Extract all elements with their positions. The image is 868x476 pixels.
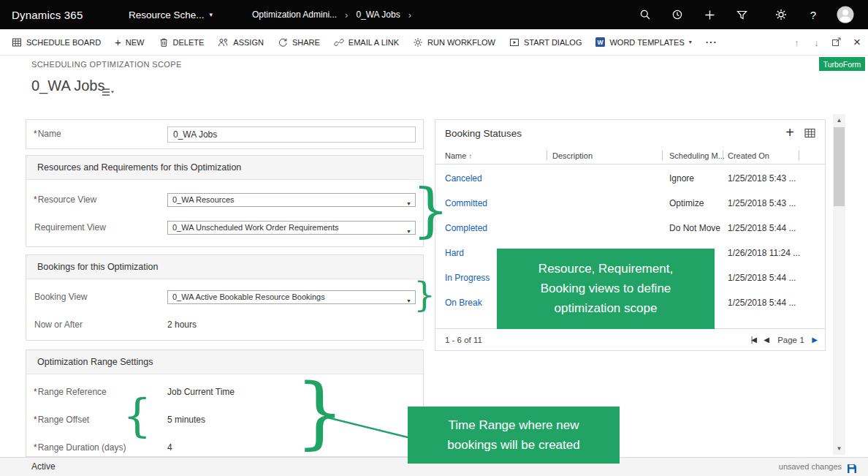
record-link[interactable]: Committed [445,191,487,216]
delete-button[interactable]: DELETE [159,37,205,48]
chevron-right-icon: › [408,10,411,20]
table-row[interactable]: Canceled Ignore 1/25/2018 5:43 ... [435,166,825,191]
share-button[interactable]: SHARE [278,37,320,48]
section-title: Resources and Requirements for this Opti… [26,156,423,180]
help-button[interactable]: ? [802,0,824,29]
top-nav-bar: Dynamics 365 Resource Sche... ▾ Optimiza… [0,0,868,29]
previous-record-button[interactable]: ↑ [787,29,807,56]
breadcrumb-item[interactable]: 0_WA Jobs [356,10,400,20]
range-duration-label: *Range Duration (days) [34,442,126,453]
gear-icon [775,9,787,20]
command-bar: SCHEDULE BOARD + NEW DELETE ASSIGN SHARE… [0,29,868,56]
booking-view-select[interactable]: 0_WA Active Bookable Resource Bookings ▼ [167,290,416,304]
start-dialog-button[interactable]: START DIALOG [509,37,582,48]
email-link-button[interactable]: EMAIL A LINK [334,37,399,48]
record-link[interactable]: On Break [445,290,482,315]
previous-page-button[interactable]: ◀ [764,329,769,351]
requirement-view-select[interactable]: 0_WA Unscheduled Work Order Requirements… [167,221,416,235]
record-link[interactable]: Completed [445,216,487,241]
user-avatar[interactable] [834,0,856,29]
app-switcher[interactable]: Resource Sche... ▾ [129,0,213,29]
question-mark-icon: ? [810,9,816,21]
column-header-name[interactable]: Name↑ [445,147,472,165]
page-label: Page [777,329,797,351]
name-input[interactable] [167,126,416,143]
record-link[interactable]: Hard [445,241,464,265]
scroll-down-button[interactable]: ▼ [833,442,845,455]
run-workflow-button[interactable]: RUN WORKFLOW [413,37,495,48]
vertical-scrollbar[interactable]: ▲ ▼ [833,114,845,455]
settings-button[interactable] [770,0,792,29]
save-icon[interactable] [848,463,856,476]
record-count: 1 - 6 of 11 [445,329,482,351]
resource-view-select[interactable]: 0_WA Resources ▼ [167,193,416,207]
now-or-after-label: Now or After [34,320,83,330]
run-workflow-label: RUN WORKFLOW [427,38,495,47]
cell-created-on: 1/25/2018 5:44 ... [728,290,796,315]
subgrid-column-headers: Name↑ Description Scheduling M... Create… [435,147,825,165]
annotation-brace: } [412,181,449,240]
column-header-scheduling[interactable]: Scheduling M... [669,147,725,165]
column-separator [662,151,663,160]
range-reference-label: *Range Reference [34,387,107,397]
column-header-created-on[interactable]: Created On [728,147,769,165]
schedule-board-label: SCHEDULE BOARD [26,38,101,47]
word-templates-button[interactable]: W WORD TEMPLATES ▾ [595,37,691,47]
cell-scheduling: Ignore [669,166,694,191]
brand-logo[interactable]: Dynamics 365 [12,0,83,29]
column-separator [547,151,547,160]
cell-created-on: 1/25/2018 5:44 ... [728,216,796,241]
annotation-brace: { [123,393,151,439]
trash-icon [159,37,169,48]
new-button[interactable]: + NEW [115,37,144,48]
section-bookings: Bookings for this Optimization Booking V… [26,254,424,341]
advanced-find-button[interactable] [731,0,753,29]
breadcrumb-item[interactable]: Optimization Admini... [252,10,337,20]
schedule-board-button[interactable]: SCHEDULE BOARD [12,37,101,48]
resource-view-label: *Resource View [34,194,96,205]
share-icon [278,37,288,48]
table-row[interactable]: Completed Do Not Move 1/25/2018 5:44 ... [435,216,825,241]
word-document-icon: W [595,37,605,47]
column-separator [799,151,799,160]
column-header-description[interactable]: Description [552,147,593,165]
subgrid-footer: 1 - 6 of 11 |◀ ◀ Page 1 ▶ [435,328,825,350]
annotation-brace: } [414,277,435,311]
record-nav-group: ↑ ↓ × [787,29,868,56]
share-label: SHARE [292,38,320,47]
scrollbar-thumb[interactable] [834,127,845,206]
next-page-button[interactable]: ▶ [812,329,818,351]
email-link-label: EMAIL A LINK [349,38,399,47]
record-link[interactable]: Canceled [445,166,482,191]
record-link[interactable]: In Progress [445,265,490,290]
close-button[interactable]: × [846,29,868,56]
turboform-badge: TurboForm [819,57,865,71]
form-selector-icon[interactable] [102,86,114,99]
people-icon [218,37,229,48]
chevron-down-icon: ▾ [689,39,692,45]
chevron-right-icon: › [345,10,348,20]
start-dialog-label: START DIALOG [524,38,582,47]
open-grid-view-button[interactable] [804,128,815,141]
page-title: 0_WA Jobs [31,78,104,94]
more-commands-button[interactable]: ··· [706,37,717,48]
section-title: Optimization Range Settings [26,350,423,374]
chevron-down-icon: ▼ [406,197,411,210]
first-page-button[interactable]: |◀ [751,329,755,351]
column-separator [723,151,723,160]
grid-icon [804,128,815,140]
assign-label: ASSIGN [233,38,264,47]
required-asterisk: * [34,129,37,139]
assign-button[interactable]: ASSIGN [218,37,264,48]
add-record-button[interactable]: + [785,124,794,141]
scroll-up-button[interactable]: ▲ [833,114,845,126]
table-row[interactable]: Committed Optimize 1/25/2018 5:43 ... [435,191,825,216]
popout-button[interactable] [826,29,846,56]
annotation-range-note: Time Range where new bookings will be cr… [408,407,620,464]
annotation-connector-line [319,411,421,444]
popout-icon [831,37,842,49]
search-button[interactable] [634,0,656,29]
recent-items-button[interactable] [666,0,688,29]
quick-create-button[interactable] [698,0,720,29]
next-record-button[interactable]: ↓ [807,29,826,56]
